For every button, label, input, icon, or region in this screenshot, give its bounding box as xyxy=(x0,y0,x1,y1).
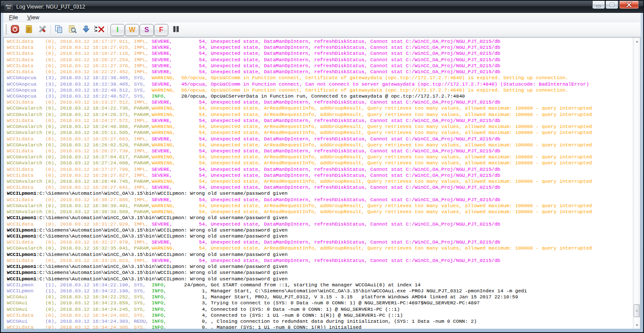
log-lines[interactable]: WCCILdata (0), 2018.03.12 16:17:27.011, … xyxy=(4,38,633,329)
log-line: WCCOAui (0), 2018.03.12 16:34:23.859, SY… xyxy=(7,300,633,306)
log-line: WCCILdata (0), 2018.03.12 16:30:27.885, … xyxy=(7,197,633,203)
scroll-down-icon[interactable]: ▼ xyxy=(633,321,641,329)
download-icon xyxy=(81,24,91,36)
filter-severe-button[interactable]: S xyxy=(140,24,154,36)
download-button[interactable] xyxy=(80,24,92,36)
log-line: WCCOAui (0), 2018.03.12 16:34:22.252, SY… xyxy=(7,294,633,300)
clear-icon xyxy=(93,24,106,36)
log-line: WCCILdata (0), 2018.03.12 16:31:27.929, … xyxy=(7,221,633,227)
log-line: WCCILdata (0), 2018.03.12 16:18:27.025, … xyxy=(7,45,633,51)
filter-warning-button[interactable]: W xyxy=(125,24,139,36)
log-line: WCCILdata (0), 2018.03.12 16:33:28.023, … xyxy=(7,258,633,264)
log-line: WCCILdata (0), 2018.03.12 16:29:27.841, … xyxy=(7,184,633,190)
log-line: WCCOAvalarch (0), 2018.03.12 16:24:26.37… xyxy=(7,112,633,118)
vertical-scrollbar[interactable]: ▲ ≡ ▼ xyxy=(633,38,640,329)
log-line: WCCOAvalarch (0), 2018.03.12 16:26:02.52… xyxy=(7,142,633,148)
window-title: Log Viewer: NGU_PJT_0312 xyxy=(16,1,85,13)
filter-info-button[interactable]: I xyxy=(110,24,125,36)
copy-icon xyxy=(54,24,63,36)
log-line: WCCILdata (0), 2018.03.12 16:28:27.827, … xyxy=(7,172,633,178)
log-line: WCCOAvalarch (0), 2018.03.12 16:25:11.59… xyxy=(7,130,633,136)
log-line: WCCOAvalarch (0), 2018.03.12 16:24:48.86… xyxy=(7,124,633,130)
menu-view[interactable]: View xyxy=(24,13,43,22)
copy-button[interactable] xyxy=(53,24,64,36)
log-line: WCCOAopcua (3), 2018.03.12 16:22:38.465,… xyxy=(7,81,633,87)
log-line: WCCILdata (0), 2018.03.12 16:21:27.376, … xyxy=(7,63,633,69)
log-line: WCCILdata (0), 2018.03.12 16:34:24.302, … xyxy=(7,312,633,318)
menu-bar: File View xyxy=(3,13,641,22)
log-line: WCCILdata (0), 2018.03.12 16:25:27.663, … xyxy=(7,136,633,142)
stop-icon xyxy=(10,24,20,36)
clear-button[interactable] xyxy=(92,24,106,36)
log-line: WCCILpmon1:C:\Siemens\Automation\WinCC_O… xyxy=(7,215,633,221)
toolbar-separator xyxy=(51,25,51,35)
log-line: WCCILpmon1:C:\Siemens\Automation\WinCC_O… xyxy=(7,270,633,276)
scroll-thumb[interactable]: ≡ xyxy=(634,304,640,317)
log-line: WCCILdata (0), 2018.03.12 16:26:27.739, … xyxy=(7,148,633,154)
log-line: WCCILpmon1:C:\Siemens\Automation\WinCC_O… xyxy=(7,227,633,233)
log-line: WCCILdata (0), 2018.03.12 16:24:27.572, … xyxy=(7,118,633,124)
settings-button[interactable] xyxy=(37,24,48,36)
log-line: WCCILdata (0), 2018.03.12 16:27:27.799, … xyxy=(7,166,633,172)
log-line: WCCILdata (0), 2018.03.12 16:23:27.512, … xyxy=(7,99,633,105)
log-line: WCCOAvalarch (0), 2018.03.12 16:28:49.74… xyxy=(7,178,633,184)
restore-button[interactable] xyxy=(605,1,618,9)
log-line: WCCILpmon (1), 2018.03.12 16:34:22.190, … xyxy=(7,288,633,294)
title-bar: WinC OA Log Viewer: NGU_PJT_0312 xyxy=(1,1,643,13)
log-line: WCCOAvalarch (0), 2018.03.12 16:30:39.56… xyxy=(7,209,633,215)
log-line: WCCOAui (0), 2018.03.12 16:34:24.245, SY… xyxy=(7,306,633,312)
log-line: WCCILdata (0), 2018.03.12 16:20:27.254, … xyxy=(7,57,633,63)
log-line: WCCILpmon1:C:\Siemens\Automation\WinCC_O… xyxy=(7,252,633,258)
app-icon: WinC OA xyxy=(5,3,13,10)
minimize-button[interactable] xyxy=(592,1,605,9)
log-line: WCCILdata (0), 2018.03.12 16:34:24.305, … xyxy=(7,324,633,329)
log-file-button[interactable] xyxy=(23,24,34,36)
log-line: WCCOAvalarch (0), 2018.03.12 16:24:22.73… xyxy=(7,105,633,111)
toolbar: I W S F xyxy=(3,22,641,37)
search-icon xyxy=(68,24,77,36)
scroll-up-icon[interactable]: ▲ xyxy=(633,38,641,45)
log-line: WCCILpmon1:C:\Siemens\Automation\WinCC_O… xyxy=(7,233,633,239)
log-line: WCCOAvalarch (0), 2018.03.12 16:27:24.00… xyxy=(7,160,633,166)
log-line: WCCILdata (0), 2018.03.12 16:32:27.979, … xyxy=(7,239,633,245)
settings-icon xyxy=(38,24,47,36)
search-button[interactable] xyxy=(67,24,78,36)
log-line: WCCILdata (0), 2018.03.12 16:19:27.116, … xyxy=(7,51,633,56)
log-line: WCCILpmon (1), 2018.03.12 16:34:22.190, … xyxy=(7,282,633,288)
filter-fatal-button[interactable]: F xyxy=(154,24,168,36)
log-file-icon xyxy=(24,24,33,36)
log-line: WCCOAopcua (3), 2018.03.12 16:22:48.527,… xyxy=(7,93,633,99)
pause-button[interactable] xyxy=(170,24,182,36)
log-area: WCCILdata (0), 2018.03.12 16:17:27.011, … xyxy=(3,37,641,329)
close-button[interactable] xyxy=(619,1,639,9)
log-line: WCCOAui (8), 2018.03.12 16:34:24.303, RE… xyxy=(7,318,633,324)
log-line: WCCOAvalarch (0), 2018.03.12 16:32:35.84… xyxy=(7,245,633,251)
log-line: WCCILpmon1:C:\Siemens\Automation\WinCC_O… xyxy=(7,276,633,282)
pause-icon xyxy=(172,25,180,35)
stop-button[interactable] xyxy=(9,24,21,36)
log-line: WCCILdata (0), 2018.03.12 16:22:27.452, … xyxy=(7,69,633,75)
log-line: WCCILpmon1:C:\Siemens\Automation\WinCC_O… xyxy=(7,190,633,196)
toolbar-drag-handle[interactable] xyxy=(6,24,7,35)
log-line: WCCOAvalarch (0), 2018.03.12 16:30:39.49… xyxy=(7,203,633,209)
toolbar-separator xyxy=(107,25,108,35)
log-line: WCCILpmon1:C:\Siemens\Automation\WinCC_O… xyxy=(7,264,633,270)
log-line: WCCOAopcua (3), 2018.03.12 16:22:38.465,… xyxy=(7,75,633,81)
log-line: WCCOAopcua (3), 2018.03.12 16:22:48.512,… xyxy=(7,87,633,93)
menu-file[interactable]: File xyxy=(5,13,22,22)
app-icon-text: OA xyxy=(5,7,12,9)
log-line: WCCILdata (0), 2018.03.12 16:17:27.011, … xyxy=(7,39,633,45)
log-viewer-window: WinC OA Log Viewer: NGU_PJT_0312 File Vi… xyxy=(0,0,644,333)
log-line: WCCOAvalarch (0), 2018.03.12 16:27:04.61… xyxy=(7,154,633,160)
